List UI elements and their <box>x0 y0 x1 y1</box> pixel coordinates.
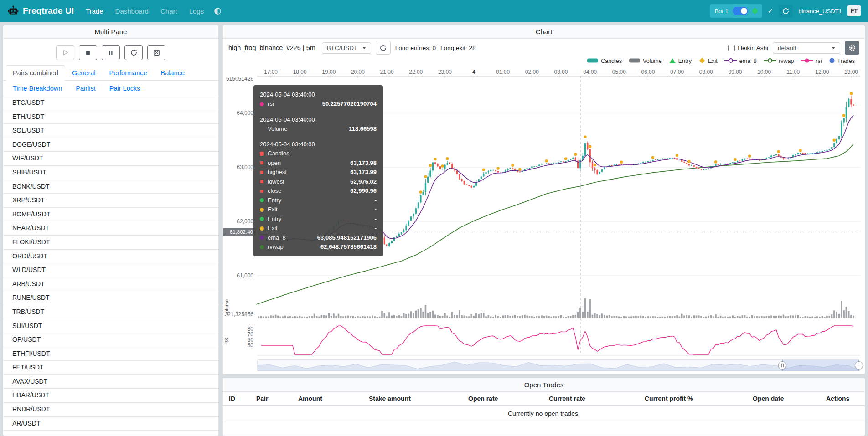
plot-settings-button[interactable] <box>845 41 859 55</box>
main-nav: TradeDashboardChartLogs <box>86 7 204 15</box>
pair-list-item[interactable]: AR/USDT <box>3 417 218 431</box>
legend-label: Entry <box>678 58 692 64</box>
svg-text:22:00: 22:00 <box>409 69 423 75</box>
pair-list-item[interactable]: FET/USDT <box>3 361 218 375</box>
legend-item-rvwap[interactable]: rvwap <box>764 57 794 65</box>
pair-list-item[interactable]: TRB/USDT <box>3 305 218 319</box>
chart-toolbar: high_frog_binance_v226 | 5m BTC/USDT Lon… <box>223 39 865 57</box>
bot-online-dot <box>752 8 758 14</box>
column-header-current-rate: Current rate <box>549 395 645 402</box>
freqtrade-robot-logo-icon <box>7 5 19 17</box>
heikin-ashi-checkbox[interactable] <box>728 45 735 51</box>
pair-list-item[interactable]: WIF/USDT <box>3 152 218 166</box>
svg-text:07:00: 07:00 <box>670 69 684 75</box>
legend-label: Volume <box>643 58 662 64</box>
pair-list-item[interactable]: OP/USDT <box>3 333 218 347</box>
pair-list-item[interactable]: AVAX/USDT <box>3 375 218 389</box>
pair-list-item[interactable]: XRP/USDT <box>3 194 218 208</box>
user-avatar[interactable]: FT <box>847 5 861 16</box>
legend-item-candles[interactable]: Candles <box>587 57 622 65</box>
pair-list-item[interactable]: ARB/USDT <box>3 277 218 292</box>
legend-item-trades[interactable]: Trades <box>829 57 855 65</box>
pair-list-item[interactable]: WLD/USDT <box>3 263 218 277</box>
tab-performance[interactable]: Performance <box>103 65 154 81</box>
legend-item-exit[interactable]: Exit <box>698 57 718 65</box>
reload-config-button[interactable] <box>124 45 143 60</box>
tab-pairlist[interactable]: Pairlist <box>69 81 103 96</box>
nav-link-dashboard[interactable]: Dashboard <box>115 7 149 15</box>
svg-text:11:00: 11:00 <box>786 69 800 75</box>
page-layout: Multi Pane Pairs combinedGeneralPerforma… <box>0 22 868 436</box>
pair-list-item[interactable]: HBAR/USDT <box>3 389 218 403</box>
open-trades-empty-message: Currently no open trades. <box>223 406 865 421</box>
refresh-chart-button[interactable] <box>376 41 391 55</box>
pair-list-item[interactable]: SHIB/USDT <box>3 166 218 180</box>
datazoom-shadow-area <box>258 360 860 371</box>
svg-text:09:00: 09:00 <box>728 69 742 75</box>
svg-text:19:00: 19:00 <box>322 69 336 75</box>
pair-list-item[interactable]: NEAR/USDT <box>3 221 218 236</box>
pair-list-item[interactable]: RNDR/USDT <box>3 403 218 417</box>
pair-select[interactable]: BTC/USDT <box>322 42 371 54</box>
datazoom-handle-right[interactable] <box>855 361 863 369</box>
bot-name-label: Bot 1 <box>714 8 728 15</box>
start-bot-button[interactable] <box>56 45 74 60</box>
tab-balance[interactable]: Balance <box>154 65 191 81</box>
chevron-down-icon <box>832 47 835 49</box>
reload-bot-button[interactable] <box>779 5 793 18</box>
legend-item-volume[interactable]: Volume <box>629 57 662 65</box>
stop-bot-button[interactable] <box>79 45 97 60</box>
pair-list-item[interactable]: FLOKI/USDT <box>3 236 218 250</box>
pair-list-item[interactable]: ORDI/USDT <box>3 250 218 264</box>
pair-list-item[interactable]: BONK/USDT <box>3 180 218 194</box>
nav-link-chart[interactable]: Chart <box>160 7 177 15</box>
candlestick-chart[interactable]: 64,00063,00062,00061,00051505142617:0018… <box>223 67 865 359</box>
brand-link[interactable]: Freqtrade UI <box>23 6 74 16</box>
trades-legend-marker <box>829 57 835 65</box>
pair-list-item[interactable]: RUNE/USDT <box>3 291 218 305</box>
svg-text:21,325856: 21,325856 <box>227 311 253 318</box>
legend-item-ema-8[interactable]: ema_8 <box>724 57 757 65</box>
pair-list-item[interactable]: SUI/USDT <box>3 319 218 333</box>
pair-list-item[interactable]: ETHFI/USDT <box>3 347 218 361</box>
nav-link-logs[interactable]: Logs <box>189 7 204 15</box>
tab-pairs-combined[interactable]: Pairs combined <box>6 65 65 81</box>
datazoom-slider[interactable] <box>257 359 859 371</box>
rsi-legend-marker <box>801 57 813 65</box>
svg-text:62,000: 62,000 <box>237 218 253 225</box>
tab-pair-locks[interactable]: Pair Locks <box>103 81 147 96</box>
pair-list-item[interactable]: ETH/USDT <box>3 110 218 124</box>
legend-label: Exit <box>708 58 718 64</box>
tab-time-breakdown[interactable]: Time Breakdown <box>6 81 69 96</box>
theme-toggle-icon[interactable] <box>214 7 222 15</box>
heikin-ashi-label: Heikin Ashi <box>738 45 768 51</box>
legend-item-rsi[interactable]: rsi <box>801 57 822 65</box>
pair-list: BTC/USDTETH/USDTSOL/USDTDOGE/USDTWIF/USD… <box>3 96 218 436</box>
pair-list-item[interactable]: BTC/USDT <box>3 96 218 110</box>
pair-list-item[interactable]: BOME/USDT <box>3 208 218 222</box>
svg-text:10:00: 10:00 <box>757 69 771 75</box>
nav-link-trade[interactable]: Trade <box>86 7 103 15</box>
heikin-ashi-toggle[interactable]: Heikin Ashi <box>728 45 768 51</box>
candles-legend-marker <box>587 57 599 65</box>
top-navbar: Freqtrade UI TradeDashboardChartLogs Bot… <box>0 0 868 22</box>
tab-general[interactable]: General <box>65 65 103 81</box>
svg-text:05:00: 05:00 <box>612 69 626 75</box>
multi-pane-title: Multi Pane <box>3 25 218 39</box>
svg-text:515051426: 515051426 <box>226 76 253 82</box>
pair-list-item[interactable]: SOL/USDT <box>3 124 218 138</box>
bot-running-toggle[interactable] <box>733 7 748 15</box>
svg-text:64,000: 64,000 <box>237 110 253 116</box>
cancel-open-orders-button[interactable] <box>147 45 165 60</box>
bot-selector[interactable]: Bot 1 <box>710 4 762 18</box>
datazoom-handle-left[interactable] <box>778 361 786 369</box>
pair-list-item[interactable]: DOGE/USDT <box>3 138 218 152</box>
exchange-account-label: binance_USDT1 <box>798 8 842 15</box>
legend-label: Trades <box>837 58 855 64</box>
legend-item-entry[interactable]: Entry <box>669 57 692 65</box>
svg-text:50: 50 <box>248 342 254 349</box>
datazoom-selection[interactable] <box>782 360 859 371</box>
pause-bot-button[interactable] <box>102 45 120 60</box>
column-header-actions: Actions <box>826 395 865 402</box>
plot-config-select[interactable]: default <box>773 42 840 54</box>
